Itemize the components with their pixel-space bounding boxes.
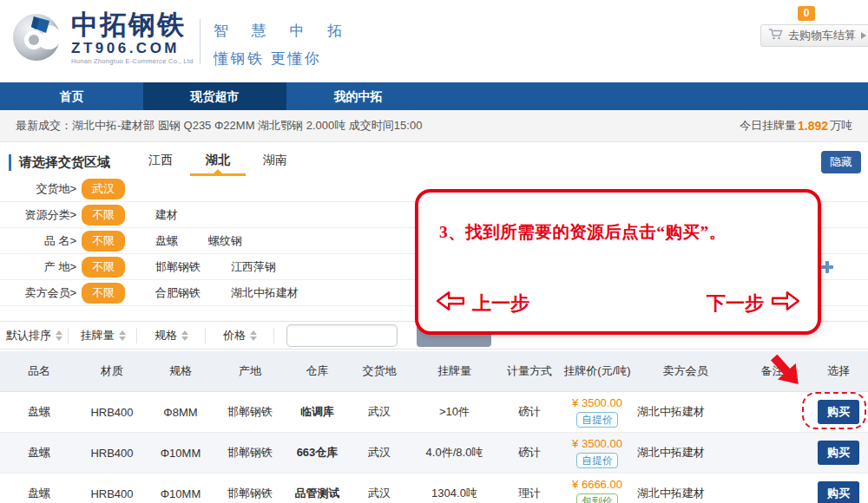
cell-warehouse: 663仓库	[285, 445, 350, 461]
nav-tab-home[interactable]: 首页	[0, 82, 143, 110]
cart-count-badge: 0	[798, 6, 815, 21]
cell-measure: 磅计	[500, 404, 559, 420]
region-tab-jiangxi[interactable]: 江西	[132, 148, 189, 176]
prev-arrow-icon	[436, 290, 465, 317]
buy-button[interactable]: 购买	[818, 481, 859, 503]
filter-option[interactable]: 江西萍钢	[231, 259, 276, 275]
col-header: 挂牌价(元/吨)	[559, 364, 635, 378]
buy-button[interactable]: 购买	[818, 441, 859, 465]
sort-updown-icon	[119, 327, 125, 344]
filter-chip-unlimited[interactable]: 不限	[82, 283, 125, 304]
nav-tab-spot-market[interactable]: 现货超市	[143, 82, 286, 110]
slogan-line1: 智 慧 中 拓	[214, 21, 352, 41]
region-tab-hunan[interactable]: 湖南	[247, 148, 304, 176]
filter-option[interactable]: 邯郸钢铁	[155, 259, 201, 275]
sort-default[interactable]: 默认排序	[0, 328, 69, 343]
cell-material: HRB400	[78, 447, 146, 460]
cell-name: 盘螺	[0, 486, 78, 501]
price-value: ¥ 3500.00	[572, 437, 622, 450]
sort-spec[interactable]: 规格	[137, 328, 206, 343]
cell-action: 购买	[809, 481, 868, 503]
cell-spec: Φ8MM	[146, 406, 215, 419]
nav-tab-my-zhongtuo[interactable]: 我的中拓	[286, 82, 430, 110]
price-type-badge: 自提价	[576, 453, 618, 468]
filter-label: 卖方会员>	[0, 285, 76, 301]
today-volume: 今日挂牌量 1.892 万吨	[740, 118, 852, 134]
col-header: 规格	[146, 363, 215, 379]
cell-name: 盘螺	[0, 404, 78, 420]
ticker-bar: 最新成交：湖北中拓-建材部 圆钢 Q235 Φ22MM 湖北鄂钢 2.000吨 …	[0, 110, 868, 142]
col-header: 仓库	[285, 363, 350, 379]
col-header: 产地	[215, 363, 285, 379]
hide-filters-button[interactable]: 隐藏	[821, 151, 861, 173]
cart-label: 去购物车结算	[788, 28, 856, 43]
header-divider	[200, 19, 201, 64]
cell-material: HRB400	[78, 487, 146, 500]
filter-label: 产 地>	[0, 259, 76, 275]
filter-option[interactable]: 建材	[155, 207, 178, 223]
slogan-line2: 懂钢铁 更懂你	[214, 49, 352, 69]
filter-option[interactable]: 盘螺	[155, 233, 178, 249]
tutorial-next-button[interactable]: 下一步	[707, 290, 800, 317]
region-selector-row: 请选择交货区域 江西 湖北 湖南 隐藏	[0, 148, 868, 176]
filter-chip-unlimited[interactable]: 不限	[82, 257, 125, 278]
filter-label: 品 名>	[0, 233, 76, 249]
region-tab-hubei[interactable]: 湖北	[189, 148, 247, 176]
cell-warehouse: 品管测试	[285, 486, 350, 501]
filter-label: 资源分类>	[0, 207, 76, 223]
logo[interactable]: 中拓钢铁 ZT906.COM Hunan Zhongtuo E-Commerce…	[10, 10, 194, 66]
price-value: ¥ 3500.00	[572, 396, 622, 409]
sort-updown-icon	[181, 327, 187, 344]
cell-seller: 湖北中拓建材	[635, 486, 735, 501]
sort-label: 规格	[155, 328, 177, 343]
price-type-badge: 自提价	[576, 412, 618, 428]
tutorial-prev-button[interactable]: 上一步	[436, 290, 529, 317]
sort-label: 价格	[223, 328, 246, 343]
sort-label: 挂牌量	[81, 328, 115, 343]
cart-caret-icon	[861, 32, 868, 39]
main-nav: 首页 现货超市 我的中拓	[0, 82, 868, 110]
cell-measure: 理计	[500, 486, 559, 501]
today-volume-unit: 万吨	[830, 118, 852, 134]
price-type-badge: 包到价	[576, 493, 618, 503]
page-header: 中拓钢铁 ZT906.COM Hunan Zhongtuo E-Commerce…	[0, 0, 868, 82]
cell-origin: 邯郸钢铁	[215, 486, 285, 501]
filter-option[interactable]: 螺纹钢	[208, 233, 242, 249]
filter-option[interactable]: 合肥钢铁	[155, 285, 201, 301]
cell-name: 盘螺	[0, 445, 78, 461]
col-header: 挂牌量	[409, 363, 500, 379]
cell-qty: >10件	[409, 404, 500, 420]
sort-updown-icon	[250, 327, 256, 344]
cell-origin: 邯郸钢铁	[215, 445, 285, 461]
region-tabs: 江西 湖北 湖南	[132, 148, 304, 176]
sort-label: 默认排序	[6, 328, 51, 343]
search-input[interactable]	[286, 324, 398, 347]
slogan: 智 慧 中 拓 懂钢铁 更懂你	[214, 21, 352, 69]
next-arrow-icon	[771, 290, 800, 317]
cell-qty: 4.0件/8.0吨	[409, 445, 500, 461]
cell-price: ¥ 3500.00 自提价	[559, 396, 635, 428]
today-volume-value: 1.892	[798, 119, 828, 133]
filter-chip-selected[interactable]: 武汉	[82, 179, 125, 199]
sort-price[interactable]: 价格	[206, 328, 274, 343]
col-header: 交货地	[350, 363, 409, 379]
cell-material: HRB400	[78, 406, 146, 419]
sort-listed-qty[interactable]: 挂牌量	[69, 328, 137, 343]
filter-chip-unlimited[interactable]: 不限	[82, 231, 125, 252]
filter-chip-unlimited[interactable]: 不限	[82, 205, 125, 225]
listings-table: 品名 材质 规格 产地 仓库 交货地 挂牌量 计量方式 挂牌价(元/吨) 卖方会…	[0, 351, 868, 503]
cell-origin: 邯郸钢铁	[215, 404, 285, 420]
cell-spec: Φ10MM	[146, 447, 215, 460]
latest-deal-text: 最新成交：湖北中拓-建材部 圆钢 Q235 Φ22MM 湖北鄂钢 2.000吨 …	[16, 118, 422, 134]
logo-cn-text: 中拓钢铁	[71, 11, 194, 40]
cell-price: ¥ 3500.00 自提价	[559, 437, 635, 468]
cell-measure: 磅计	[500, 445, 559, 461]
cart-checkout-button[interactable]: 去购物车结算	[760, 24, 868, 47]
table-header-row: 品名 材质 规格 产地 仓库 交货地 挂牌量 计量方式 挂牌价(元/吨) 卖方会…	[0, 351, 868, 392]
filter-option[interactable]: 湖北中拓建材	[231, 285, 299, 301]
cell-spec: Φ10MM	[146, 487, 215, 500]
expand-plus-icon[interactable]	[821, 261, 833, 273]
price-value: ¥ 6666.00	[572, 478, 622, 491]
logo-domain-text: ZT906.COM	[71, 40, 194, 57]
filter-label: 交货地>	[0, 181, 76, 197]
